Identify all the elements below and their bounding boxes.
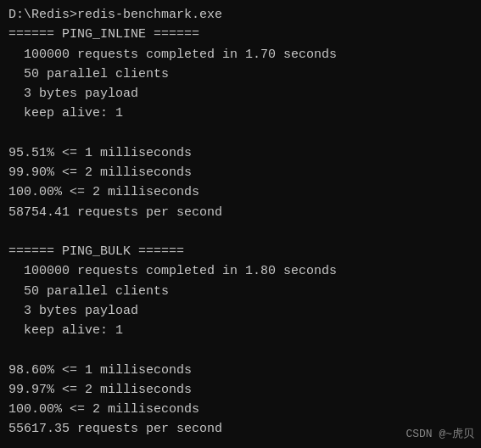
terminal-line: keep alive: 1 — [8, 104, 473, 123]
terminal-line: keep alive: 1 — [8, 321, 473, 340]
terminal-line: 100000 requests completed in 1.80 second… — [8, 261, 473, 281]
terminal-window: D:\Redis>redis-benchmark.exe====== PING_… — [0, 0, 481, 448]
terminal-line: D:\Redis>redis-benchmark.exe — [8, 5, 473, 25]
terminal-line — [8, 124, 473, 143]
terminal-line: 98.60% <= 1 milliseconds — [8, 361, 473, 380]
terminal-line: 50 parallel clients — [8, 282, 473, 301]
terminal-line: 100.00% <= 2 milliseconds — [8, 182, 473, 202]
terminal-line: 100.00% <= 2 milliseconds — [8, 400, 473, 419]
terminal-line — [8, 440, 473, 449]
terminal-line: 3 bytes payload — [8, 301, 473, 321]
terminal-line — [8, 222, 473, 242]
terminal-line: 99.90% <= 2 milliseconds — [8, 163, 473, 182]
terminal-line: 50 parallel clients — [8, 64, 473, 84]
terminal-line: 99.97% <= 2 milliseconds — [8, 380, 473, 400]
watermark-label: CSDN @~虎贝 — [405, 426, 474, 441]
terminal-line: 55617.35 requests per second — [8, 419, 473, 439]
terminal-line — [8, 340, 473, 360]
terminal-line: ====== PING_INLINE ====== — [8, 25, 473, 44]
terminal-line: ====== PING_BULK ====== — [8, 242, 473, 261]
terminal-line: 58754.41 requests per second — [8, 203, 473, 222]
terminal-line: 95.51% <= 1 milliseconds — [8, 143, 473, 163]
terminal-line: 3 bytes payload — [8, 84, 473, 104]
terminal-line: 100000 requests completed in 1.70 second… — [8, 45, 473, 64]
terminal-output: D:\Redis>redis-benchmark.exe====== PING_… — [8, 5, 473, 448]
